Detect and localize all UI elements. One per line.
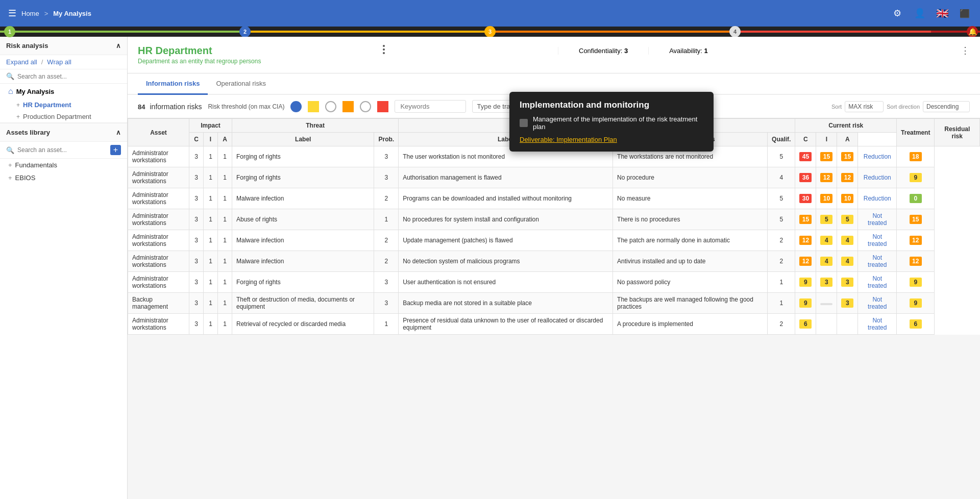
prod-dept-label: Production Department <box>23 113 91 120</box>
table-row[interactable]: Administrator workstations 3 1 1 Retriev… <box>128 314 980 335</box>
risk-analysis-chevron[interactable]: ∧ <box>116 42 121 49</box>
assets-item-ebios[interactable]: + EBIOS <box>0 171 127 184</box>
tooltip-checkbox[interactable] <box>520 119 528 127</box>
tab-information-risks[interactable]: Information risks <box>138 73 208 95</box>
threshold-circle-empty1[interactable] <box>325 101 336 112</box>
cell-i: 1 <box>204 167 218 188</box>
sort-dir-select[interactable]: Descending <box>923 101 970 112</box>
table-row[interactable]: Administrator workstations 3 1 1 Malware… <box>128 251 980 272</box>
cell-a: 1 <box>218 293 232 314</box>
cell-controls: The patch are normally done in automatic <box>613 230 768 251</box>
user-icon[interactable]: 👤 <box>913 6 927 20</box>
cell-vuln-label: Update management (patches) is flawed <box>399 230 613 251</box>
cell-prob: 3 <box>374 293 399 314</box>
cell-prob: 1 <box>374 314 399 335</box>
cell-threat-label: Theft or destruction of media, documents… <box>232 293 374 314</box>
assets-library-label: Assets library <box>6 129 50 136</box>
cell-cr-a: 12 <box>837 167 858 188</box>
threshold-circle-blue[interactable] <box>290 101 302 112</box>
cell-controls: Antivirus installed and up to date <box>613 251 768 272</box>
tooltip-link[interactable]: Deliverable: Implementation Plan <box>520 136 703 143</box>
progress-step-3[interactable]: 3 <box>484 26 496 37</box>
progress-step-5[interactable]: 🔔 <box>967 26 978 37</box>
progress-step-4[interactable]: 4 <box>729 26 741 37</box>
tooltip-title: Implementation and monitoring <box>520 100 703 110</box>
cell-treatment[interactable]: Not treated <box>858 293 897 314</box>
ebios-label: EBIOS <box>15 174 36 182</box>
cell-vuln-label: User authentication is not ensured <box>399 272 613 293</box>
progress-step-2[interactable]: 2 <box>239 26 251 37</box>
keywords-input[interactable] <box>395 100 466 113</box>
table-row[interactable]: Administrator workstations 3 1 1 Malware… <box>128 188 980 209</box>
flag-icon[interactable]: 🇬🇧 <box>935 6 949 20</box>
table-row[interactable]: Backup management 3 1 1 Theft or destruc… <box>128 293 980 314</box>
cell-prob: 3 <box>374 167 399 188</box>
sidebar-item-hr[interactable]: + HR Department <box>0 99 127 111</box>
dept-header: HR Department Department as an entity th… <box>128 37 980 73</box>
table-row[interactable]: Administrator workstations 3 1 1 Forging… <box>128 272 980 293</box>
cell-controls: There is no procedures <box>613 209 768 230</box>
add-asset-button[interactable]: + <box>110 145 121 155</box>
menu-icon[interactable]: ☰ <box>8 8 16 19</box>
cell-residual: 12 <box>897 251 935 272</box>
sidebar-item-my-analysis[interactable]: ⌂ My Analysis <box>0 84 127 99</box>
dept-menu-btn[interactable] <box>383 45 385 54</box>
hr-dept-label: HR Department <box>23 101 71 109</box>
cell-i: 1 <box>204 188 218 209</box>
table-row[interactable]: Administrator workstations 3 1 1 Malware… <box>128 230 980 251</box>
my-analysis-label: My Analysis <box>16 88 55 95</box>
cell-asset: Backup management <box>128 293 189 314</box>
header-left: ☰ Home > My Analysis <box>8 8 890 19</box>
table-row[interactable]: Administrator workstations 3 1 1 Forging… <box>128 167 980 188</box>
threshold-sq-yellow[interactable] <box>308 101 319 112</box>
page-title: My Analysis <box>53 10 91 17</box>
cell-treatment[interactable]: Reduction <box>858 167 897 188</box>
cell-threat-label: Forging of rights <box>232 146 374 167</box>
cell-i: 1 <box>204 230 218 251</box>
cell-controls: No measure <box>613 188 768 209</box>
progress-bar: 1 2 3 4 🔔 <box>0 27 980 37</box>
cell-treatment[interactable]: Not treated <box>858 230 897 251</box>
expand-all-btn[interactable]: Expand all <box>6 58 37 66</box>
cell-qualif: 5 <box>768 146 795 167</box>
threshold-sq-orange[interactable] <box>342 101 354 112</box>
cell-residual: 6 <box>897 314 935 335</box>
home-link[interactable]: Home <box>21 10 39 17</box>
th-impact: Impact <box>189 119 232 133</box>
cell-treatment[interactable]: Not treated <box>858 209 897 230</box>
cell-c: 3 <box>189 293 204 314</box>
cell-treatment[interactable]: Reduction <box>858 146 897 167</box>
more-options-btn[interactable]: ⋮ <box>961 45 970 56</box>
risk-search-input[interactable] <box>17 73 121 80</box>
cell-treatment[interactable]: Not treated <box>858 314 897 335</box>
cell-vuln-label: Backup media are not stored in a suitabl… <box>399 293 613 314</box>
cell-cr-i: 5 <box>816 209 837 230</box>
threshold-sq-red[interactable] <box>377 101 388 112</box>
sort-select[interactable]: MAX risk <box>845 101 884 112</box>
cell-qualif: 2 <box>768 230 795 251</box>
cell-treatment[interactable]: Not treated <box>858 272 897 293</box>
cell-treatment[interactable]: Reduction <box>858 188 897 209</box>
assets-search-input[interactable] <box>17 146 107 154</box>
cell-threat-label: Malware infection <box>232 188 374 209</box>
sidebar-item-prod[interactable]: + Production Department <box>0 111 127 122</box>
assets-library-chevron[interactable]: ∧ <box>116 129 121 136</box>
settings-icon[interactable]: ⚙ <box>890 6 904 20</box>
table-row[interactable]: Administrator workstations 3 1 1 Abuse o… <box>128 209 980 230</box>
th-vuln-qualif: Qualif. <box>768 133 795 146</box>
cell-i: 1 <box>204 293 218 314</box>
assets-item-fundamentals[interactable]: + Fundamentals <box>0 159 127 171</box>
assets-search-box: 🔍 + <box>0 142 127 159</box>
cell-prob: 3 <box>374 146 399 167</box>
cell-prob: 2 <box>374 188 399 209</box>
cell-vuln-label: Presence of residual data unknown to the… <box>399 314 613 335</box>
cell-i: 1 <box>204 209 218 230</box>
tab-operational-risks[interactable]: Operational risks <box>208 73 274 95</box>
progress-step-1[interactable]: 1 <box>4 26 15 37</box>
logout-icon[interactable]: ⬛ <box>958 6 972 20</box>
cell-cr-i: 3 <box>816 272 837 293</box>
cell-threat-label: Forging of rights <box>232 167 374 188</box>
wrap-all-btn[interactable]: Wrap all <box>47 58 71 66</box>
threshold-circle-empty2[interactable] <box>360 101 371 112</box>
cell-treatment[interactable]: Not treated <box>858 251 897 272</box>
